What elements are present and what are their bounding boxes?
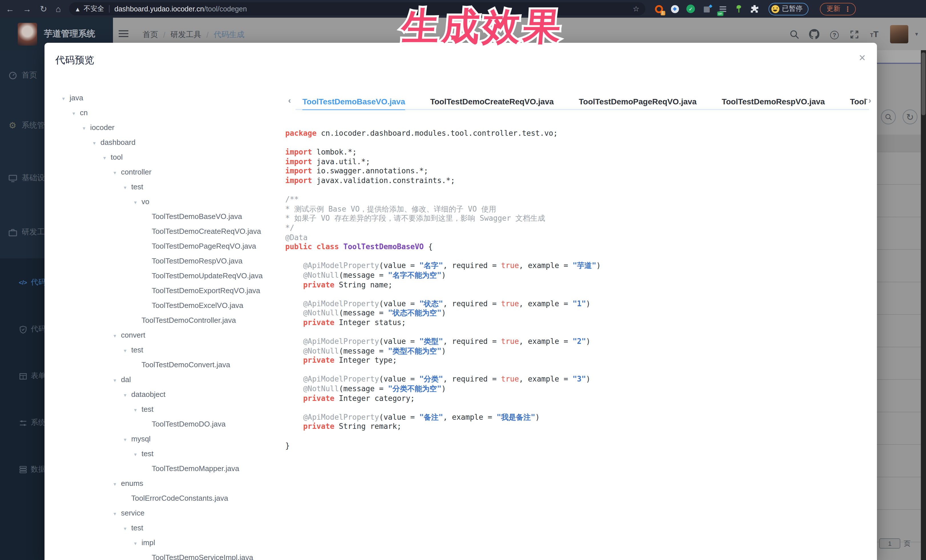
- tree-node-dir[interactable]: ▾java: [44, 90, 290, 105]
- fullscreen-icon[interactable]: [844, 29, 864, 39]
- sidebar-item-form-builder[interactable]: 表单构建: [0, 364, 44, 387]
- sidebar-toggle-icon[interactable]: [119, 30, 129, 39]
- browser-menu-icon[interactable]: ⋮: [844, 5, 851, 13]
- tab-file[interactable]: ToolTestDemoPageReqVO.java: [579, 94, 697, 110]
- caret-down-icon[interactable]: ▾: [134, 447, 142, 462]
- tabs-scroll-left-icon[interactable]: ‹: [288, 95, 291, 105]
- tree-node-dir[interactable]: ▾test: [44, 520, 290, 535]
- tab-file[interactable]: ToolTe: [850, 94, 867, 110]
- browser-update-button[interactable]: 更新 ⋮: [820, 3, 856, 15]
- user-avatar[interactable]: [890, 25, 908, 43]
- tree-node-dir[interactable]: ▾cn: [44, 105, 290, 120]
- browser-back-icon[interactable]: ←: [6, 5, 14, 13]
- caret-down-icon[interactable]: ▾: [103, 151, 111, 165]
- tabs-scroll-right-icon[interactable]: ›: [869, 95, 871, 105]
- caret-down-icon[interactable]: ▾: [113, 506, 121, 521]
- browser-forward-icon[interactable]: →: [23, 5, 31, 13]
- tree-node-dir[interactable]: ▾test: [44, 446, 290, 461]
- tab-file[interactable]: ToolTestDemoBaseVO.java: [303, 94, 405, 110]
- tree-node-file[interactable]: ToolTestDemoMapper.java: [44, 461, 290, 475]
- caret-down-icon[interactable]: ▾: [134, 403, 142, 417]
- breadcrumb-codegen[interactable]: 代码生成: [214, 30, 245, 40]
- caret-down-icon[interactable]: ▾: [124, 180, 131, 195]
- caret-down-icon[interactable]: ▾: [83, 121, 90, 136]
- tree-node-file[interactable]: ToolTestDemoExportReqVO.java: [44, 283, 290, 298]
- tree-node-dir[interactable]: ▾test: [44, 402, 290, 416]
- scrollbar-thumb[interactable]: [921, 53, 925, 115]
- tree-node-file[interactable]: ToolTestDemoDO.java: [44, 416, 290, 431]
- extension-grid-icon[interactable]: ▦◆: [702, 4, 711, 14]
- tree-node-file[interactable]: ToolTestDemoRespVO.java: [44, 253, 290, 268]
- user-menu-caret-icon[interactable]: ▾: [915, 31, 918, 37]
- tree-node-file[interactable]: ToolTestDemoCreateReqVO.java: [44, 223, 290, 238]
- sidebar-item-infra[interactable]: 基础设施: [0, 166, 44, 189]
- font-size-icon[interactable]: TT: [864, 29, 884, 39]
- tree-node-dir[interactable]: ▾impl: [44, 535, 290, 550]
- header-search-icon[interactable]: [784, 29, 805, 39]
- tree-node-file[interactable]: ToolTestDemoExcelVO.java: [44, 298, 290, 312]
- tree-node-dir[interactable]: ▾dal: [44, 372, 290, 386]
- caret-down-icon[interactable]: ▾: [124, 432, 131, 447]
- tree-node-dir[interactable]: ▾mysql: [44, 431, 290, 446]
- sidebar-item-devtools[interactable]: 研发工具: [0, 221, 44, 243]
- browser-home-icon[interactable]: ⌂: [56, 5, 61, 13]
- breadcrumb-devtools[interactable]: 研发工具: [171, 30, 201, 40]
- tree-node-dir[interactable]: ▾enums: [44, 475, 290, 491]
- caret-down-icon[interactable]: ▾: [113, 329, 121, 343]
- url-host[interactable]: dashboard.yudao.iocoder.cn: [114, 5, 204, 13]
- tree-node-dir[interactable]: ▾test: [44, 342, 290, 357]
- github-icon[interactable]: [805, 29, 825, 39]
- extension-orange-icon[interactable]: 1: [654, 4, 663, 14]
- tree-node-file[interactable]: ToolTestDemoBaseVO.java: [44, 209, 290, 223]
- tree-node-dir[interactable]: ▾test: [44, 179, 290, 194]
- refresh-circle-button[interactable]: ↻: [903, 110, 917, 124]
- tree-node-file[interactable]: ToolTestDemoPageReqVO.java: [44, 238, 290, 253]
- caret-down-icon[interactable]: ▾: [124, 343, 131, 358]
- tree-node-file[interactable]: ToolTestDemoUpdateReqVO.java: [44, 268, 290, 283]
- caret-down-icon[interactable]: ▾: [113, 373, 121, 388]
- extension-green-circle-icon[interactable]: ✓: [686, 4, 695, 14]
- caret-down-icon[interactable]: ▾: [73, 106, 80, 121]
- tree-node-dir[interactable]: ▾tool: [44, 149, 290, 164]
- sidebar-item-codegen[interactable]: </> 代码生成: [0, 271, 44, 294]
- tree-node-dir[interactable]: ▾vo: [44, 194, 290, 209]
- tree-node-dir[interactable]: ▾convert: [44, 328, 290, 342]
- sidebar-item-system[interactable]: ⚙ 系统管理: [0, 114, 44, 137]
- code-viewer[interactable]: package cn.iocoder.dashboard.modules.too…: [285, 129, 873, 450]
- browser-refresh-icon[interactable]: ↻: [40, 5, 47, 13]
- security-label[interactable]: 不安全: [83, 4, 104, 14]
- bookmark-star-icon[interactable]: ☆: [633, 5, 639, 13]
- sidebar-item-home[interactable]: 首页: [0, 64, 44, 87]
- tree-node-file[interactable]: ToolTestDemoServiceImpl.java: [44, 550, 290, 560]
- sidebar-item-code-demo[interactable]: 代码示例: [0, 318, 44, 340]
- sidebar-item-db-doc[interactable]: 数据库文档: [0, 458, 44, 481]
- caret-down-icon[interactable]: ▾: [113, 477, 121, 492]
- tree-node-dir[interactable]: ▾iocoder: [44, 120, 290, 134]
- extension-gem-icon[interactable]: ◆: [670, 4, 679, 14]
- extensions-puzzle-icon[interactable]: [750, 4, 759, 14]
- search-circle-button[interactable]: [881, 110, 896, 124]
- extension-sprout-icon[interactable]: [734, 4, 743, 14]
- caret-down-icon[interactable]: ▾: [134, 536, 142, 551]
- help-icon[interactable]: ?: [825, 29, 844, 39]
- caret-down-icon[interactable]: ▾: [62, 91, 70, 106]
- tree-node-dir[interactable]: ▾controller: [44, 164, 290, 179]
- close-icon[interactable]: ×: [859, 52, 865, 63]
- tree-node-dir[interactable]: ▾dashboard: [44, 134, 290, 149]
- caret-down-icon[interactable]: ▾: [124, 521, 131, 536]
- url-path[interactable]: /tool/codegen: [204, 5, 247, 13]
- page-scrollbar[interactable]: [921, 50, 926, 560]
- profile-paused-chip[interactable]: 已暂停: [768, 3, 808, 15]
- extension-list-icon[interactable]: on: [718, 4, 727, 14]
- tab-file[interactable]: ToolTestDemoCreateReqVO.java: [430, 94, 554, 110]
- caret-down-icon[interactable]: ▾: [93, 136, 100, 151]
- tab-file[interactable]: ToolTestDemoRespVO.java: [722, 94, 825, 110]
- page-input[interactable]: 1: [879, 538, 900, 549]
- tree-node-file[interactable]: ToolErrorCodeConstants.java: [44, 491, 290, 505]
- caret-down-icon[interactable]: ▾: [124, 388, 131, 403]
- tree-node-dir[interactable]: ▾dataobject: [44, 386, 290, 402]
- tree-node-file[interactable]: ToolTestDemoConvert.java: [44, 357, 290, 372]
- tree-node-dir[interactable]: ▾service: [44, 505, 290, 520]
- caret-down-icon[interactable]: ▾: [134, 195, 142, 210]
- sidebar-item-system-api[interactable]: 系统接口: [0, 411, 44, 434]
